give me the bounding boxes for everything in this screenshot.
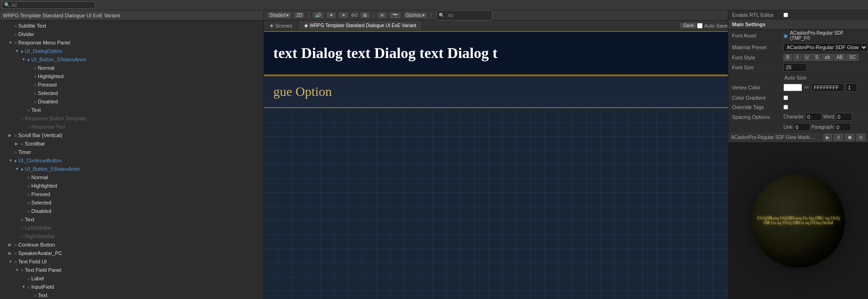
font-style-btn-b[interactable]: B bbox=[783, 54, 792, 61]
vertex-color-swatch[interactable] bbox=[783, 84, 802, 91]
audio-btn[interactable]: 🔊 bbox=[312, 12, 324, 19]
dialog-text: text Dialog text Dialog text Dialog t bbox=[273, 44, 498, 62]
line-input[interactable] bbox=[794, 123, 810, 131]
tree-item-text-field-panel[interactable]: ▼○Text Field Panel bbox=[0, 266, 263, 274]
scenes-tab[interactable]: ◈ Scenes bbox=[264, 21, 299, 30]
tree-item-subtitle-text[interactable]: ○Subtitle Text bbox=[0, 22, 263, 30]
tree-item-text-2[interactable]: ○Text bbox=[0, 215, 263, 224]
tree-item-disabled-1[interactable]: ○Disabled bbox=[0, 97, 263, 106]
tree-arrow-icon: ▼ bbox=[21, 57, 27, 62]
tree-item-disabled-2[interactable]: ○Disabled bbox=[0, 207, 263, 215]
color-gradient-value bbox=[783, 95, 864, 100]
gizmos-dropdown[interactable]: Gizmos ▾ bbox=[403, 12, 428, 19]
tree-item-label: Timer bbox=[18, 149, 31, 155]
tree-item-right-sidebar[interactable]: ○RightSideBar bbox=[0, 232, 263, 241]
tree-item-continue-button[interactable]: ▶○Continue Button bbox=[0, 241, 263, 249]
font-size-input[interactable] bbox=[783, 63, 807, 72]
tree-node-icon: ○ bbox=[27, 209, 30, 214]
tree-item-label: RightSideBar bbox=[25, 233, 55, 239]
top-search-box[interactable]: 🔍 bbox=[2, 1, 95, 9]
tree-item-selected-1[interactable]: ○Selected bbox=[0, 89, 263, 97]
tree-item-highlighted-2[interactable]: ○Highlighted bbox=[0, 182, 263, 190]
auto-save-checkbox[interactable] bbox=[697, 23, 703, 29]
font-style-btn-ab[interactable]: AB bbox=[834, 54, 846, 61]
gizmos-chevron-icon: ▾ bbox=[422, 13, 425, 18]
font-style-buttons: BIUSabABSC bbox=[783, 54, 864, 61]
tree-item-response-text[interactable]: ○Response Text bbox=[0, 123, 263, 131]
material-preset-row: Material Preset ACaslonPro-Regular SDF G… bbox=[728, 42, 868, 53]
auto-size-row: Auto Size bbox=[728, 73, 868, 82]
game-tab[interactable]: ◈ WRPG Template Standard Dialogue UI EoE… bbox=[299, 21, 422, 30]
tree-item-speaker-avatar[interactable]: ▶○SpeakerAvatar_PC bbox=[0, 249, 263, 257]
tree-item-text-3[interactable]: ○Text bbox=[0, 291, 263, 299]
tree-item-scroll-bar-v[interactable]: ▶○Scroll Bar (Vertical) bbox=[0, 131, 263, 139]
tree-item-text-1[interactable]: ○Text bbox=[0, 106, 263, 114]
preview-settings-btn[interactable]: ⚙ bbox=[856, 134, 865, 141]
auto-size-label: Auto Size bbox=[784, 75, 836, 80]
tree-item-response-menu-panel[interactable]: ▼○Response Menu Panel bbox=[0, 38, 263, 47]
tree-item-ui-button-5states-2[interactable]: ▼●UI_Button_5StatesAnim bbox=[0, 165, 263, 173]
paragraph-input[interactable] bbox=[835, 123, 851, 131]
tree-item-divider[interactable]: ○Divider bbox=[0, 30, 263, 38]
preview-pause-btn[interactable]: ⏸ bbox=[834, 134, 843, 141]
preview-play-btn[interactable]: ▶ bbox=[824, 134, 832, 141]
vertex-color-hex-input[interactable] bbox=[811, 83, 844, 92]
game-tab-icon: ◈ bbox=[304, 22, 308, 29]
tree-item-normal-1[interactable]: ○Normal bbox=[0, 64, 263, 72]
tree-item-left-sidebar[interactable]: ○LeftSideBar bbox=[0, 224, 263, 232]
tree-item-timer[interactable]: ○Timer bbox=[0, 148, 263, 156]
rtl-checkbox[interactable] bbox=[783, 13, 788, 17]
shaded-dropdown[interactable]: Shaded ▾ bbox=[267, 12, 292, 19]
tree-node-icon: ○ bbox=[34, 99, 36, 104]
2d-button[interactable]: 2D bbox=[293, 12, 305, 19]
vertex-color-picker-btn[interactable]: ✏ bbox=[804, 84, 810, 91]
tree-item-highlighted-1[interactable]: ○Highlighted bbox=[0, 72, 263, 80]
color-gradient-checkbox[interactable] bbox=[783, 95, 788, 100]
font-style-btn-sc[interactable]: SC bbox=[847, 54, 859, 61]
move-tool[interactable]: ✕ bbox=[377, 12, 387, 19]
font-size-row: Font Size bbox=[728, 62, 868, 73]
tree-item-ui-continue-button[interactable]: ▼●UI_ContinueButton bbox=[0, 156, 263, 165]
tree-item-label[interactable]: ○Label bbox=[0, 274, 263, 283]
font-style-btn-u[interactable]: U bbox=[803, 54, 811, 61]
font-style-btn-s[interactable]: S bbox=[812, 54, 821, 61]
tree-item-ui-dialog-option[interactable]: ▼●UI_DialogOption bbox=[0, 47, 263, 55]
tree-item-normal-2[interactable]: ○Normal bbox=[0, 173, 263, 182]
tree-item-selected-2[interactable]: ○Selected bbox=[0, 198, 263, 207]
dialog-option-text: gue Option bbox=[273, 84, 332, 99]
tree-item-label: Response Text bbox=[31, 124, 65, 130]
scene-view-tabs: ◈ Scenes ◈ WRPG Template Standard Dialog… bbox=[264, 21, 728, 31]
tree-item-ui-button-5states[interactable]: ▼●UI_Button_5StatesAnim bbox=[0, 55, 263, 64]
camera-btn[interactable]: 📷 bbox=[389, 12, 401, 19]
tree-node-icon: ○ bbox=[27, 183, 30, 189]
top-search-input[interactable] bbox=[11, 2, 93, 8]
tree-item-scrollbar[interactable]: ▶○Scrollbar bbox=[0, 139, 263, 148]
scene-search-input[interactable] bbox=[446, 11, 490, 20]
tree-node-icon: ○ bbox=[21, 234, 23, 239]
sun-btn[interactable]: ☀ bbox=[338, 12, 349, 19]
font-style-btn-ab[interactable]: ab bbox=[822, 54, 833, 61]
word-input[interactable] bbox=[836, 113, 852, 121]
effects-btn[interactable]: ✦ bbox=[326, 12, 336, 19]
vertex-alpha-input[interactable] bbox=[846, 83, 857, 92]
tree-node-icon: ○ bbox=[27, 124, 30, 130]
preview-stop-btn[interactable]: ⏹ bbox=[845, 134, 854, 141]
spacing-values: Character Word bbox=[783, 113, 864, 121]
material-preset-dropdown[interactable]: ACaslonPro-Regular SDF Glow bbox=[783, 43, 868, 51]
main-settings-header: Main Settings bbox=[728, 20, 868, 29]
font-style-btn-i[interactable]: I bbox=[793, 54, 802, 61]
tree-item-response-button-template[interactable]: ○Response Button Template bbox=[0, 114, 263, 123]
save-button[interactable]: Save bbox=[680, 22, 697, 29]
tree-item-label: Disabled bbox=[38, 99, 58, 104]
tree-arrow-icon: ▼ bbox=[8, 259, 14, 264]
tree-item-pressed-2[interactable]: ○Pressed bbox=[0, 190, 263, 198]
tree-item-text-field-ui[interactable]: ▼○Text Field UI bbox=[0, 257, 263, 266]
character-input[interactable] bbox=[805, 113, 822, 121]
tree-item-pressed-1[interactable]: ○Pressed bbox=[0, 80, 263, 89]
tree-item-label: UI_DialogOption bbox=[25, 48, 63, 54]
tree-item-input-field[interactable]: ▼○InputField bbox=[0, 283, 263, 291]
sphere-text: ÜUQÖẞuöq UQÖẞÜuöq Üu Qq ÖẞU öq ÜUQÖẞ Uu … bbox=[752, 177, 845, 268]
override-tags-checkbox[interactable] bbox=[783, 105, 788, 109]
grid-btn[interactable]: ⊞ bbox=[360, 12, 370, 19]
scene-search-box[interactable]: 🔍 bbox=[436, 10, 492, 21]
